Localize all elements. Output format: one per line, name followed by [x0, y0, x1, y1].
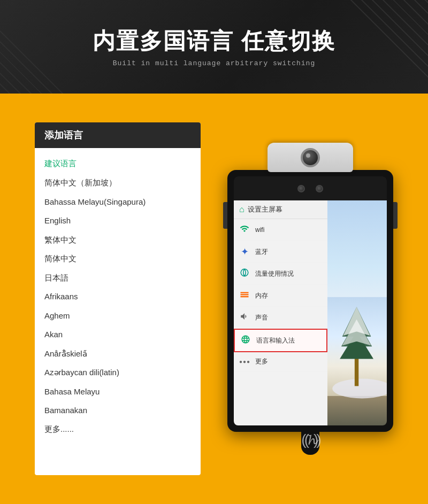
more-icon: ●●● [239, 359, 250, 365]
data-icon [239, 268, 250, 280]
bluetooth-icon: ✦ [239, 246, 250, 258]
wifi-icon [239, 224, 250, 236]
menu-label-wifi: wifi [255, 226, 264, 234]
lang-more-text: 更多...... [44, 420, 191, 439]
main-title: 内置多国语言 任意切换 [93, 26, 335, 56]
menu-header: ⌂ 设置主屏幕 [234, 200, 327, 219]
menu-label-language: 语言和输入法 [256, 336, 295, 345]
list-item[interactable]: Anårå̈skiela̋ [44, 344, 191, 363]
list-item[interactable]: 繁体中文 [44, 230, 191, 250]
menu-label-sound: 声音 [255, 313, 268, 322]
device-mockup: ⌂ 设置主屏幕 wifi [227, 143, 393, 455]
lang-panel-body: 建议语言 简体中文（新加坡） Bahassa Melayu(Singapura)… [35, 148, 201, 444]
storage-icon [239, 290, 250, 301]
list-item[interactable]: Bahassa Melayu(Singapura) [44, 192, 191, 212]
screen-content: ⌂ 设置主屏幕 wifi [234, 200, 387, 425]
lang-panel-title: 添加语言 [35, 122, 201, 148]
device-image [327, 200, 387, 425]
list-item[interactable]: 简体中文（新加坡） [44, 173, 191, 192]
svg-point-0 [241, 269, 248, 276]
sound-icon [239, 312, 250, 323]
sub-title: Built in multi language arbitrary switch… [113, 59, 315, 67]
header-section: 内置多国语言 任意切换 Built in multi language arbi… [0, 0, 428, 94]
sensor-right [316, 185, 323, 192]
screen-top-bar [234, 176, 387, 200]
menu-item-more[interactable]: ●●● 更多 [234, 352, 327, 371]
sensor-left [297, 185, 305, 192]
list-item[interactable]: 简体中文 [44, 249, 191, 268]
camera-module [268, 143, 353, 172]
menu-panel: ⌂ 设置主屏幕 wifi [234, 200, 327, 425]
side-button-right [393, 202, 398, 229]
menu-item-bluetooth[interactable]: ✦ 蓝牙 [234, 241, 327, 263]
list-item[interactable]: Afrikaans [44, 287, 191, 306]
list-item[interactable]: Bahasa Melayu [44, 382, 191, 401]
language-icon [240, 335, 251, 346]
menu-label-storage: 内存 [255, 291, 268, 300]
list-item[interactable]: Aghem [44, 306, 191, 325]
list-item[interactable]: English [44, 211, 191, 230]
lang-section-label: 建议语言 [44, 159, 191, 169]
device-screen: ⌂ 设置主屏幕 wifi [234, 176, 387, 425]
svg-rect-3 [355, 356, 358, 386]
menu-item-language[interactable]: 语言和输入法 [234, 329, 327, 352]
menu-header-text: 设置主屏幕 [248, 205, 282, 214]
menu-item-wifi[interactable]: wifi [234, 219, 327, 241]
list-item[interactable]: Azərbaycan dili(latin) [44, 363, 191, 382]
menu-item-sound[interactable]: 声音 [234, 307, 327, 329]
list-item[interactable]: Akan [44, 325, 191, 344]
language-panel: 添加语言 建议语言 简体中文（新加坡） Bahassa Melayu(Singa… [35, 122, 201, 475]
nfc-icon: ((𝓱)) [301, 431, 319, 449]
menu-item-storage[interactable]: 内存 [234, 285, 327, 307]
device-body: ⌂ 设置主屏幕 wifi [227, 170, 393, 432]
home-icon: ⌂ [239, 205, 244, 214]
menu-label-data: 流量使用情况 [255, 269, 294, 278]
side-button-left [223, 202, 227, 229]
camera-lens [301, 148, 320, 167]
menu-item-data[interactable]: 流量使用情况 [234, 263, 327, 285]
menu-label-more: 更多 [255, 357, 268, 366]
menu-label-bluetooth: 蓝牙 [255, 247, 268, 257]
device-bottom: ((𝓱)) [301, 425, 319, 455]
list-item[interactable]: 日本語 [44, 268, 191, 288]
main-section: 添加语言 建议语言 简体中文（新加坡） Bahassa Melayu(Singa… [0, 94, 428, 504]
list-item[interactable]: Bamanakan [44, 401, 191, 420]
